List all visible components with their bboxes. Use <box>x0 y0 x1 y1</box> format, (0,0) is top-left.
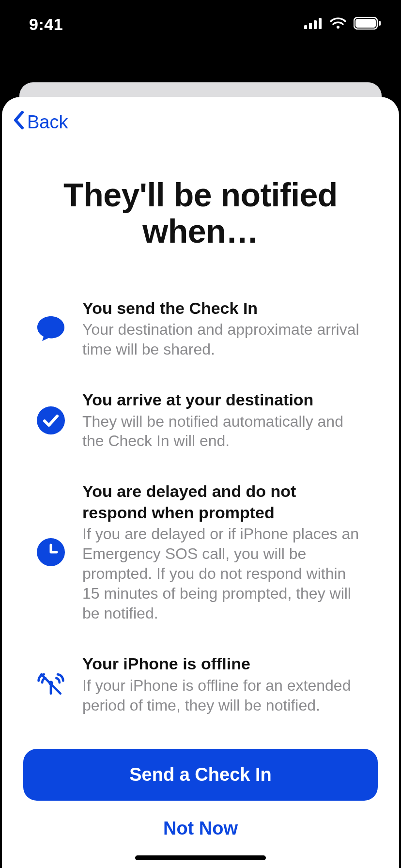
svg-point-4 <box>337 26 339 29</box>
list-item-desc: Your destination and approximate arrival… <box>82 320 365 359</box>
screen: 9:41 Back They'll be notified when… <box>0 0 401 868</box>
svg-rect-6 <box>355 19 376 28</box>
list-item: You are delayed and do not respond when … <box>36 481 365 623</box>
svg-point-8 <box>37 406 65 434</box>
list-item-desc: If you are delayed or if iPhone places a… <box>82 524 365 623</box>
list-item-title: You send the Check In <box>82 298 365 319</box>
wifi-icon <box>329 17 347 31</box>
modal-sheet: Back They'll be notified when… You send … <box>2 97 399 868</box>
svg-rect-7 <box>379 21 381 26</box>
chevron-left-icon <box>13 110 25 134</box>
list-item-desc: They will be notified automatically and … <box>82 412 365 451</box>
status-time: 9:41 <box>29 15 63 34</box>
footer: Send a Check In Not Now <box>2 749 399 868</box>
message-bubble-icon <box>36 313 66 343</box>
svg-rect-3 <box>319 18 322 29</box>
clock-icon <box>36 537 66 567</box>
svg-rect-0 <box>304 25 307 29</box>
list-item-title: You arrive at your destination <box>82 389 365 411</box>
page-title: They'll be notified when… <box>2 134 399 249</box>
status-indicators <box>304 17 382 31</box>
svg-rect-2 <box>314 20 317 29</box>
send-check-in-button[interactable]: Send a Check In <box>23 749 378 801</box>
back-label: Back <box>27 112 68 133</box>
cellular-icon <box>304 17 323 31</box>
nav-bar: Back <box>2 97 399 134</box>
back-button[interactable]: Back <box>13 110 68 134</box>
offline-icon <box>36 669 66 699</box>
list-item-title: Your iPhone is offline <box>82 653 365 675</box>
checkmark-circle-icon <box>36 405 66 435</box>
list-item-title: You are delayed and do not respond when … <box>82 481 365 523</box>
list-item-desc: If your iPhone is offline for an extende… <box>82 676 365 715</box>
svg-rect-1 <box>309 23 312 29</box>
list-item: You arrive at your destination They will… <box>36 389 365 451</box>
list-item: Your iPhone is offline If your iPhone is… <box>36 653 365 715</box>
home-indicator[interactable] <box>135 855 266 860</box>
not-now-button[interactable]: Not Now <box>163 818 238 839</box>
list-item: You send the Check In Your destination a… <box>36 298 365 359</box>
status-bar: 9:41 <box>0 0 401 48</box>
battery-icon <box>354 17 382 31</box>
info-list: You send the Check In Your destination a… <box>2 249 399 715</box>
